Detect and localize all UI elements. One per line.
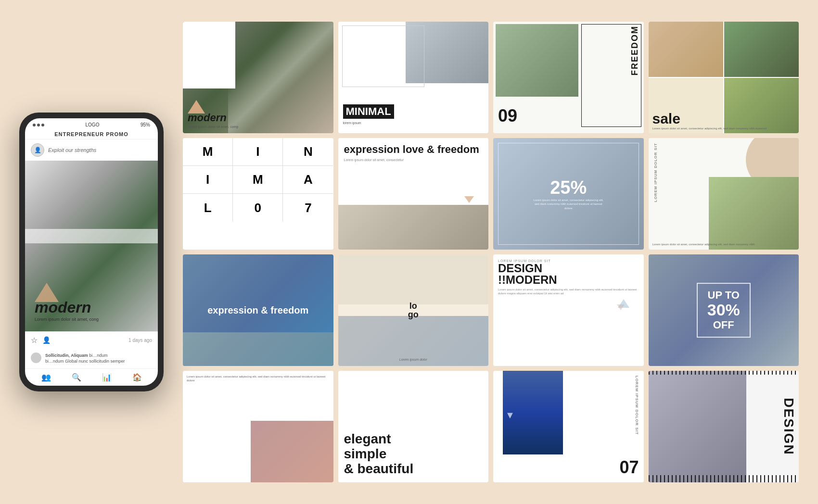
template-freedom-word: FREEDOM bbox=[630, 25, 640, 76]
template-expression-photo bbox=[338, 205, 489, 250]
phone-mockup: LOGO 95% ENTREPRENEUR PROMO 👤 Exploit ou… bbox=[19, 113, 164, 391]
phone-username: Exploit our strengths bbox=[48, 147, 96, 153]
template-design-vert-photo bbox=[649, 371, 746, 482]
phone-image-overlay: modern Lorem ipsum dolor sit amet, cong bbox=[35, 283, 99, 322]
comment-username: Sollicitudin, Aliquam bbox=[45, 353, 88, 358]
template-07-arrow: ▼ bbox=[505, 410, 515, 421]
phone-timestamp: 1 days ago bbox=[128, 338, 152, 343]
template-lorem-circle[interactable]: LOREM IPSUM DOLOR SIT Lorem ipsum dolor … bbox=[649, 138, 799, 250]
phone-white-stripe bbox=[25, 229, 158, 243]
template-expression-triangle bbox=[464, 196, 474, 203]
template-modern-content: modern Lorem ipsum dolor sit amet, comp bbox=[188, 100, 238, 128]
phone-avatar: 👤 bbox=[31, 143, 44, 157]
phone-triangle-icon bbox=[35, 283, 59, 302]
comment-avatar bbox=[31, 353, 41, 363]
upto-line1: UP TO bbox=[708, 289, 740, 301]
phone-user-row: 👤 Exploit our strengths bbox=[25, 139, 158, 161]
template-sale-text: Lorem ipsum dolor sit amet, consectetur … bbox=[652, 127, 767, 131]
template-07[interactable]: LOREM IPSUM DOLOR SIT 07 ▼ bbox=[493, 371, 644, 482]
template-freedom-photo bbox=[496, 24, 578, 97]
phone-status-bar: LOGO 95% bbox=[25, 118, 158, 129]
nav-stats-icon[interactable]: 📊 bbox=[102, 373, 112, 382]
letter-M: M bbox=[183, 138, 233, 166]
nav-search-icon[interactable]: 🔍 bbox=[72, 373, 81, 382]
template-sale-photo2 bbox=[724, 22, 799, 77]
letter-0: 0 bbox=[233, 194, 283, 222]
phone-feed-image: modern Lorem ipsum dolor sit amet, cong bbox=[25, 161, 158, 331]
template-sale-overlay: sale Lorem ipsum dolor sit amet, consect… bbox=[652, 111, 767, 131]
template-lorem-pink[interactable]: Lorem ipsum dolor sit amet, consectetur … bbox=[183, 371, 333, 482]
template-design-modern[interactable]: LOREM IPSUM DOLOR SIT DESIGN!!MODERN Lor… bbox=[493, 254, 644, 366]
template-logo-subtitle: Lorem ipsum dolor bbox=[399, 358, 427, 361]
template-elegant[interactable]: elegantsimple& beautiful bbox=[338, 371, 489, 482]
template-design-triangle2 bbox=[617, 304, 625, 310]
template-minimal-frame bbox=[342, 25, 425, 87]
template-freedom[interactable]: FREEDOM 09 bbox=[493, 22, 644, 133]
template-expr-freedom-text: expression & freedom bbox=[207, 304, 308, 316]
templates-grid: modern Lorem ipsum dolor sit amet, comp … bbox=[183, 22, 799, 482]
template-25-number: 25% bbox=[531, 177, 606, 198]
template-design-vert-lines-top bbox=[649, 371, 799, 375]
phone-nav-bar: 👥 🔍 📊 🏠 bbox=[25, 368, 158, 386]
template-lorem-pink-photo bbox=[251, 421, 333, 482]
template-modern-subtitle: Lorem ipsum dolor sit amet, comp bbox=[188, 125, 238, 128]
template-design-vert-lines-bottom bbox=[649, 475, 799, 482]
template-minimal-subtitle: lorem ipsum bbox=[343, 121, 361, 125]
template-logo-center[interactable]: logo Lorem ipsum dolor bbox=[338, 254, 489, 366]
template-07-number: 07 bbox=[619, 457, 639, 478]
template-logo-photo-top bbox=[338, 254, 489, 304]
template-expression[interactable]: expression love & freedom Lorem ipsum do… bbox=[338, 138, 489, 250]
main-container: LOGO 95% ENTREPRENEUR PROMO 👤 Exploit ou… bbox=[19, 10, 799, 494]
template-upto-text: UP TO 30% OFF bbox=[707, 290, 740, 331]
template-design-vert-title: DESIGN bbox=[781, 398, 796, 455]
phone-screen: LOGO 95% ENTREPRENEUR PROMO 👤 Exploit ou… bbox=[25, 118, 158, 386]
template-logo-text: logo bbox=[408, 302, 419, 319]
template-elegant-text: elegantsimple& beautiful bbox=[344, 432, 414, 476]
signal-dot-3 bbox=[41, 124, 44, 126]
template-modern-title: modern bbox=[188, 112, 238, 124]
letter-A: A bbox=[283, 166, 333, 194]
template-design-vert[interactable]: DESIGN bbox=[649, 371, 799, 482]
template-sale[interactable]: sale Lorem ipsum dolor sit amet, consect… bbox=[649, 22, 799, 133]
template-circle-label: LOREM IPSUM DOLOR SIT bbox=[653, 143, 658, 202]
comment-body: bi…ndum Global nunc sollicitudin semper bbox=[45, 359, 125, 364]
template-25-text: Lorem ipsum dolor sit amet, consectetur … bbox=[531, 198, 606, 210]
template-sale-photo1 bbox=[649, 22, 723, 77]
phone-logo-label: LOGO bbox=[86, 122, 100, 127]
phone-app-title: ENTREPRENEUR PROMO bbox=[25, 129, 158, 139]
signal-dot-1 bbox=[33, 124, 36, 126]
template-expr-freedom[interactable]: expression & freedom bbox=[183, 254, 333, 366]
template-upto[interactable]: UP TO 30% OFF bbox=[649, 254, 799, 366]
phone-comment: Sollicitudin, Aliquam bi…ndum bi…ndum Gl… bbox=[25, 349, 158, 368]
template-circle-photo bbox=[709, 177, 799, 250]
signal-dot-2 bbox=[37, 124, 40, 126]
template-upto-box: UP TO 30% OFF bbox=[697, 283, 751, 338]
letter-I2: I bbox=[183, 166, 233, 194]
bookmark-icon[interactable]: ☆ bbox=[31, 336, 38, 345]
upto-line2: 30% bbox=[707, 301, 740, 319]
phone-signal-dots bbox=[33, 124, 44, 126]
upto-line3: OFF bbox=[713, 319, 734, 331]
template-25-content: 25% Lorem ipsum dolor sit amet, consecte… bbox=[531, 177, 606, 210]
template-modern-overlay bbox=[228, 22, 333, 133]
template-minimal-title: MINIMAL bbox=[343, 104, 394, 119]
template-expression-subtitle: Lorem ipsum dolor sit amet, consectetur bbox=[344, 158, 483, 162]
template-minimal2[interactable]: M I N I M A L 0 7 bbox=[183, 138, 333, 250]
template-sale-title: sale bbox=[652, 111, 767, 127]
nav-people-icon[interactable]: 👥 bbox=[41, 373, 51, 382]
letter-7: 7 bbox=[283, 194, 333, 222]
template-modern[interactable]: modern Lorem ipsum dolor sit amet, comp bbox=[183, 22, 333, 133]
template-design-title: DESIGN!!MODERN bbox=[498, 263, 639, 286]
template-07-label: LOREM IPSUM DOLOR SIT bbox=[635, 376, 639, 435]
template-expr-freedom-overlay bbox=[183, 332, 333, 366]
letter-M2: M bbox=[233, 166, 283, 194]
person-icon[interactable]: 👤 bbox=[42, 336, 51, 344]
template-25percent[interactable]: 25% Lorem ipsum dolor sit amet, consecte… bbox=[493, 138, 644, 250]
template-minimal[interactable]: MINIMAL lorem ipsum bbox=[338, 22, 489, 133]
letter-L: L bbox=[183, 194, 233, 222]
letter-I: I bbox=[233, 138, 283, 166]
nav-home-icon[interactable]: 🏠 bbox=[132, 373, 142, 382]
template-design-text: Lorem ipsum dolor sit amet, consectetur … bbox=[498, 288, 639, 296]
comment-text: Sollicitudin, Aliquam bi…ndum bi…ndum Gl… bbox=[45, 353, 125, 365]
template-freedom-number: 09 bbox=[498, 106, 517, 126]
